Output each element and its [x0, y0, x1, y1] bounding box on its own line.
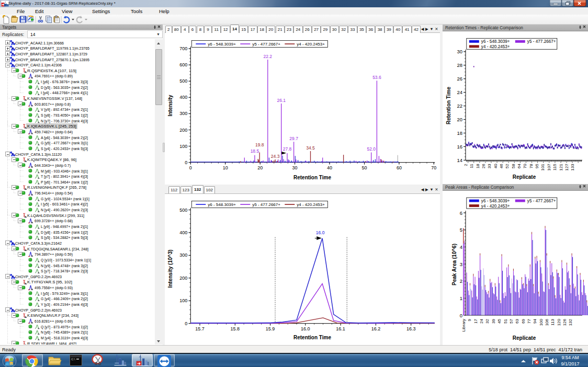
svg-text:9: 9 — [467, 318, 472, 321]
svg-text:58: 58 — [511, 164, 516, 168]
svg-text:Intensity (10^3): Intensity (10^3) — [167, 249, 173, 288]
svg-text:51: 51 — [503, 318, 508, 323]
svg-text:22.2: 22.2 — [264, 54, 273, 59]
svg-text:I [y5] - 579.3249+ (rank 3)[1]: I [y5] - 579.3249+ (rank 3)[1] — [41, 291, 88, 296]
svg-text:4: 4 — [460, 244, 462, 250]
svg-text:16.3: 16.3 — [406, 326, 416, 331]
svg-text:CHOYP_BRAFLDRAFT_119799.1.1|m.: CHOYP_BRAFLDRAFT_119799.1.1|m.23765 — [15, 46, 90, 51]
svg-text:29.7: 29.7 — [289, 136, 298, 141]
svg-text:15.9: 15.9 — [266, 326, 275, 331]
svg-text:78: 78 — [529, 164, 534, 168]
svg-text:500: 500 — [179, 208, 187, 213]
svg-text:33: 33 — [487, 164, 492, 168]
svg-text:459.7482++ (dotp 0.64): 459.7482++ (dotp 0.64) — [35, 130, 73, 134]
svg-text:101: 101 — [541, 164, 546, 171]
svg-text:D [y5] - 563.3035+ (rank 2)[2]: D [y5] - 563.3035+ (rank 2)[2] — [41, 85, 88, 90]
svg-text:R.QSPIDISTK.A [107, 115]: R.QSPIDISTK.A [107, 115] — [27, 68, 76, 73]
svg-text:CHOYP_ACAA2.1.1|m.30666: CHOYP_ACAA2.1.1|m.30666 — [15, 41, 64, 45]
svg-text:16.0: 16.0 — [301, 326, 310, 331]
svg-text:N [y4] - 490.2620+ (rank 2)[3]: N [y4] - 490.2620+ (rank 2)[3] — [41, 208, 88, 212]
svg-text:Q [y10] - 1073.5334+ (rank 1)[: Q [y10] - 1073.5334+ (rank 1)[1] — [41, 258, 91, 262]
svg-text:Peak Area (10^6): Peak Area (10^6) — [451, 244, 457, 285]
svg-text:106: 106 — [545, 318, 549, 326]
svg-text:Y [y3] - 409.2194+ (rank 4)[3]: Y [y3] - 409.2194+ (rank 4)[3] — [41, 302, 88, 307]
svg-text:2: 2 — [463, 164, 468, 166]
svg-text:603.8017++ (dotp 0.8): 603.8017++ (dotp 0.8) — [35, 102, 71, 107]
svg-text:57: 57 — [509, 318, 514, 323]
svg-text:14: 14 — [457, 157, 462, 163]
svg-text:40: 40 — [327, 165, 332, 170]
svg-text:Replicate: Replicate — [513, 335, 536, 341]
svg-text:y6 - 548.3039+: y6 - 548.3039+ — [208, 42, 236, 47]
svg-text:53.6: 53.6 — [372, 75, 381, 80]
svg-text:K.TDQGIQNLSAAEANR.L [234, 248]: K.TDQGIQNLSAAEANR.L [234, 248] — [27, 247, 88, 251]
svg-text:52.0: 52.0 — [367, 146, 376, 152]
svg-text:M [y8] - 933.4346+ (rank 3)[1]: M [y8] - 933.4346+ (rank 3)[1] — [41, 169, 88, 174]
svg-text:G [y9] - 1024.5534+ (rank 1)[1: G [y9] - 1024.5534+ (rank 1)[1] — [41, 197, 89, 201]
svg-text:N [y7] - 706.3730+ (rank 4)[3]: N [y7] - 706.3730+ (rank 4)[3] — [41, 119, 88, 123]
svg-text:R.LVENIGNHLINTQK.F [265, 278]: R.LVENIGNHLINTQK.F [265, 278] — [27, 185, 86, 190]
svg-text:127: 127 — [564, 164, 569, 171]
svg-text:794.3897++ (dotp 0.59): 794.3897++ (dotp 0.59) — [35, 252, 73, 257]
svg-text:Replicate: Replicate — [513, 174, 536, 180]
svg-text:Retention Time: Retention Time — [446, 87, 451, 124]
svg-text:18: 18 — [457, 130, 462, 136]
svg-text:y6 - 548.3039+: y6 - 548.3039+ — [481, 199, 510, 203]
svg-text:y4 - 420.2453+: y4 - 420.2453+ — [481, 44, 510, 49]
svg-text:46: 46 — [499, 164, 504, 168]
svg-text:K.EMVQNLMVLR.F [234, 243]: K.EMVQNLMVLR.F [234, 243] — [27, 313, 78, 318]
svg-text:500: 500 — [179, 78, 187, 84]
svg-text:26.1: 26.1 — [277, 98, 286, 103]
svg-text:400: 400 — [179, 95, 187, 100]
svg-text:G [y5] - 477.2667+ (rank 3)[1]: G [y5] - 477.2667+ (rank 3)[1] — [41, 141, 88, 145]
svg-text:28: 28 — [457, 62, 462, 68]
svg-text:y4 - 420.2453+: y4 - 420.2453+ — [297, 202, 325, 207]
svg-text:45: 45 — [497, 318, 502, 323]
svg-text:495.7558++ (dotp 0.93): 495.7558++ (dotp 0.93) — [35, 285, 73, 290]
svg-text:N [y6] - 745.4389+ (rank 2)[1]: N [y6] - 745.4389+ (rank 2)[1] — [41, 330, 88, 335]
svg-text:CHOYP_CATA.3.3|m.21642: CHOYP_CATA.3.3|m.21642 — [15, 241, 62, 246]
svg-text:18.5: 18.5 — [251, 148, 259, 154]
svg-text:T [y7] - 802.3941+ (rank 4)[3]: T [y7] - 802.3941+ (rank 4)[3] — [41, 174, 88, 179]
svg-text:600: 600 — [179, 62, 187, 67]
svg-text:16.0: 16.0 — [316, 230, 325, 235]
svg-text:0: 0 — [185, 160, 187, 165]
svg-text:CHOYP_CATA.1.3|m.11120: CHOYP_CATA.1.3|m.11120 — [15, 152, 62, 157]
svg-text:30: 30 — [457, 49, 462, 54]
svg-text:CHOYP_BRAFLDRAFT_122807.1.1|m.: CHOYP_BRAFLDRAFT_122807.1.1|m.3729 — [15, 52, 87, 56]
svg-text:132: 132 — [568, 318, 573, 326]
svg-text:10: 10 — [223, 165, 228, 170]
svg-text:2: 2 — [460, 278, 462, 284]
svg-text:y5 - 477.2667+: y5 - 477.2667+ — [252, 202, 280, 207]
svg-text:40: 40 — [493, 164, 498, 168]
svg-text:120: 120 — [557, 318, 561, 326]
svg-text:52: 52 — [505, 164, 510, 168]
svg-text:Library: Library — [461, 319, 466, 331]
svg-text:26: 26 — [481, 164, 486, 168]
svg-text:494.7691++ (dotp 0.89): 494.7691++ (dotp 0.89) — [35, 74, 73, 78]
svg-text:1: 1 — [460, 295, 462, 301]
svg-text:CHOYP_CAH2.1.1|m.42306: CHOYP_CAH2.1.1|m.42306 — [15, 63, 62, 67]
svg-text:3: 3 — [460, 261, 462, 267]
svg-text:69: 69 — [521, 318, 526, 323]
svg-text:Retention Time: Retention Time — [293, 335, 331, 340]
svg-text:L [y9] - 948.4997+ (rank 2)[1]: L [y9] - 948.4997+ (rank 2)[1] — [41, 224, 88, 229]
svg-text:133: 133 — [570, 164, 575, 171]
svg-text:32: 32 — [485, 318, 490, 323]
svg-text:30: 30 — [292, 165, 298, 170]
svg-text:27.8: 27.8 — [283, 146, 292, 152]
svg-text:699.3728++ (dotp 0.68): 699.3728++ (dotp 0.68) — [35, 219, 73, 223]
svg-text:16.2: 16.2 — [371, 326, 381, 331]
svg-text:644.3343++ (dotp 0.7): 644.3343++ (dotp 0.7) — [35, 163, 71, 168]
svg-text:126: 126 — [562, 318, 567, 326]
svg-text:R.SDFLYEAWR.L [484, 492]: R.SDFLYEAWR.L [484, 492] — [27, 341, 76, 345]
svg-text:24: 24 — [457, 89, 462, 95]
svg-text:100: 100 — [179, 144, 187, 149]
svg-text:100: 100 — [179, 298, 187, 303]
svg-text:K.IQEAGSSVK.L [245, 253]: K.IQEAGSSVK.L [245, 253] — [27, 124, 76, 129]
svg-text:700: 700 — [179, 46, 187, 51]
svg-text:15.8: 15.8 — [231, 326, 240, 331]
svg-text:y5 - 477.2667+: y5 - 477.2667+ — [252, 42, 280, 47]
svg-text:S [y5] - 534.2882+ (rank 5)[3]: S [y5] - 534.2882+ (rank 5)[3] — [41, 235, 88, 240]
svg-text:G [y4] - 466.2409+ (rank 2)[2]: G [y4] - 466.2409+ (rank 2)[2] — [41, 296, 88, 301]
